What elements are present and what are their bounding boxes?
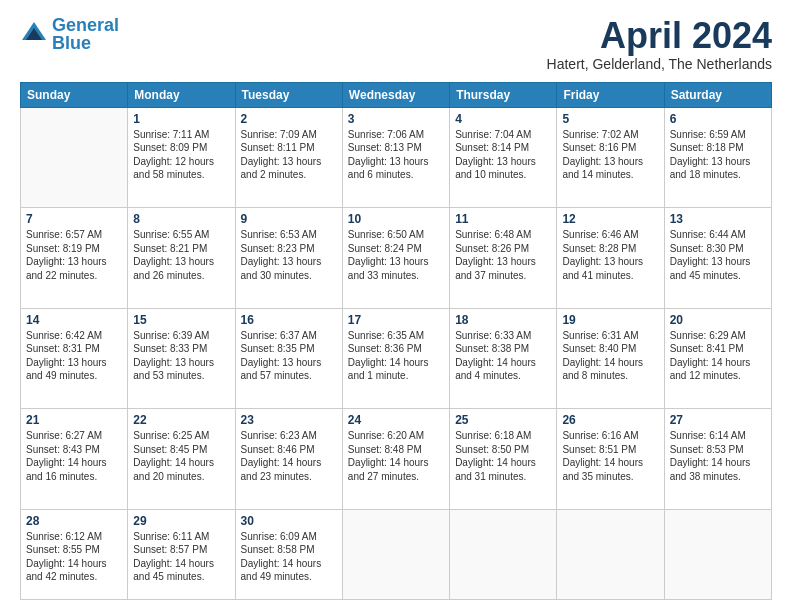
calendar-day: 25Sunrise: 6:18 AMSunset: 8:50 PMDayligh… — [450, 409, 557, 510]
header-wednesday: Wednesday — [342, 82, 449, 107]
calendar-day: 28Sunrise: 6:12 AMSunset: 8:55 PMDayligh… — [21, 509, 128, 599]
logo-text-general: General — [52, 16, 119, 34]
day-number: 29 — [133, 514, 229, 528]
calendar-day: 27Sunrise: 6:14 AMSunset: 8:53 PMDayligh… — [664, 409, 771, 510]
day-number: 5 — [562, 112, 658, 126]
calendar-day: 13Sunrise: 6:44 AMSunset: 8:30 PMDayligh… — [664, 208, 771, 309]
calendar-day — [342, 509, 449, 599]
day-number: 12 — [562, 212, 658, 226]
calendar-day: 15Sunrise: 6:39 AMSunset: 8:33 PMDayligh… — [128, 308, 235, 409]
header-friday: Friday — [557, 82, 664, 107]
calendar-day: 9Sunrise: 6:53 AMSunset: 8:23 PMDaylight… — [235, 208, 342, 309]
day-number: 27 — [670, 413, 766, 427]
header-monday: Monday — [128, 82, 235, 107]
day-info: Sunrise: 7:02 AMSunset: 8:16 PMDaylight:… — [562, 128, 658, 182]
header-tuesday: Tuesday — [235, 82, 342, 107]
day-info: Sunrise: 6:44 AMSunset: 8:30 PMDaylight:… — [670, 228, 766, 282]
day-info: Sunrise: 7:09 AMSunset: 8:11 PMDaylight:… — [241, 128, 337, 182]
day-info: Sunrise: 6:53 AMSunset: 8:23 PMDaylight:… — [241, 228, 337, 282]
day-number: 7 — [26, 212, 122, 226]
location: Hatert, Gelderland, The Netherlands — [547, 56, 772, 72]
day-number: 24 — [348, 413, 444, 427]
calendar-day: 1Sunrise: 7:11 AMSunset: 8:09 PMDaylight… — [128, 107, 235, 208]
day-number: 28 — [26, 514, 122, 528]
day-info: Sunrise: 6:20 AMSunset: 8:48 PMDaylight:… — [348, 429, 444, 483]
day-info: Sunrise: 6:55 AMSunset: 8:21 PMDaylight:… — [133, 228, 229, 282]
calendar-day: 11Sunrise: 6:48 AMSunset: 8:26 PMDayligh… — [450, 208, 557, 309]
day-info: Sunrise: 6:14 AMSunset: 8:53 PMDaylight:… — [670, 429, 766, 483]
calendar-day: 14Sunrise: 6:42 AMSunset: 8:31 PMDayligh… — [21, 308, 128, 409]
day-info: Sunrise: 6:39 AMSunset: 8:33 PMDaylight:… — [133, 329, 229, 383]
calendar-header-row: Sunday Monday Tuesday Wednesday Thursday… — [21, 82, 772, 107]
title-block: April 2024 Hatert, Gelderland, The Nethe… — [547, 16, 772, 72]
day-number: 18 — [455, 313, 551, 327]
calendar-day: 12Sunrise: 6:46 AMSunset: 8:28 PMDayligh… — [557, 208, 664, 309]
calendar-day — [557, 509, 664, 599]
calendar-day: 17Sunrise: 6:35 AMSunset: 8:36 PMDayligh… — [342, 308, 449, 409]
day-number: 3 — [348, 112, 444, 126]
calendar-day: 8Sunrise: 6:55 AMSunset: 8:21 PMDaylight… — [128, 208, 235, 309]
calendar-day: 30Sunrise: 6:09 AMSunset: 8:58 PMDayligh… — [235, 509, 342, 599]
day-info: Sunrise: 7:06 AMSunset: 8:13 PMDaylight:… — [348, 128, 444, 182]
day-number: 26 — [562, 413, 658, 427]
day-info: Sunrise: 6:59 AMSunset: 8:18 PMDaylight:… — [670, 128, 766, 182]
day-info: Sunrise: 6:57 AMSunset: 8:19 PMDaylight:… — [26, 228, 122, 282]
calendar-day: 5Sunrise: 7:02 AMSunset: 8:16 PMDaylight… — [557, 107, 664, 208]
day-number: 9 — [241, 212, 337, 226]
calendar-day: 3Sunrise: 7:06 AMSunset: 8:13 PMDaylight… — [342, 107, 449, 208]
page: General Blue April 2024 Hatert, Gelderla… — [0, 0, 792, 612]
day-number: 8 — [133, 212, 229, 226]
day-number: 10 — [348, 212, 444, 226]
calendar-day: 29Sunrise: 6:11 AMSunset: 8:57 PMDayligh… — [128, 509, 235, 599]
day-info: Sunrise: 6:23 AMSunset: 8:46 PMDaylight:… — [241, 429, 337, 483]
day-info: Sunrise: 6:35 AMSunset: 8:36 PMDaylight:… — [348, 329, 444, 383]
calendar-day — [664, 509, 771, 599]
logo-icon — [20, 20, 48, 48]
day-number: 17 — [348, 313, 444, 327]
day-info: Sunrise: 6:18 AMSunset: 8:50 PMDaylight:… — [455, 429, 551, 483]
calendar-day: 2Sunrise: 7:09 AMSunset: 8:11 PMDaylight… — [235, 107, 342, 208]
day-info: Sunrise: 6:27 AMSunset: 8:43 PMDaylight:… — [26, 429, 122, 483]
calendar-day: 16Sunrise: 6:37 AMSunset: 8:35 PMDayligh… — [235, 308, 342, 409]
day-info: Sunrise: 7:11 AMSunset: 8:09 PMDaylight:… — [133, 128, 229, 182]
day-number: 21 — [26, 413, 122, 427]
header-sunday: Sunday — [21, 82, 128, 107]
day-number: 14 — [26, 313, 122, 327]
day-info: Sunrise: 6:09 AMSunset: 8:58 PMDaylight:… — [241, 530, 337, 584]
day-info: Sunrise: 6:31 AMSunset: 8:40 PMDaylight:… — [562, 329, 658, 383]
day-info: Sunrise: 6:16 AMSunset: 8:51 PMDaylight:… — [562, 429, 658, 483]
header: General Blue April 2024 Hatert, Gelderla… — [20, 16, 772, 72]
day-info: Sunrise: 6:25 AMSunset: 8:45 PMDaylight:… — [133, 429, 229, 483]
day-number: 15 — [133, 313, 229, 327]
day-number: 4 — [455, 112, 551, 126]
day-number: 13 — [670, 212, 766, 226]
calendar-day: 24Sunrise: 6:20 AMSunset: 8:48 PMDayligh… — [342, 409, 449, 510]
day-info: Sunrise: 6:37 AMSunset: 8:35 PMDaylight:… — [241, 329, 337, 383]
calendar-day: 6Sunrise: 6:59 AMSunset: 8:18 PMDaylight… — [664, 107, 771, 208]
calendar-day: 22Sunrise: 6:25 AMSunset: 8:45 PMDayligh… — [128, 409, 235, 510]
day-number: 23 — [241, 413, 337, 427]
calendar-day: 19Sunrise: 6:31 AMSunset: 8:40 PMDayligh… — [557, 308, 664, 409]
calendar-day — [21, 107, 128, 208]
calendar-day: 10Sunrise: 6:50 AMSunset: 8:24 PMDayligh… — [342, 208, 449, 309]
day-number: 16 — [241, 313, 337, 327]
calendar-day: 7Sunrise: 6:57 AMSunset: 8:19 PMDaylight… — [21, 208, 128, 309]
calendar-day: 26Sunrise: 6:16 AMSunset: 8:51 PMDayligh… — [557, 409, 664, 510]
day-info: Sunrise: 6:46 AMSunset: 8:28 PMDaylight:… — [562, 228, 658, 282]
calendar-day: 23Sunrise: 6:23 AMSunset: 8:46 PMDayligh… — [235, 409, 342, 510]
day-number: 20 — [670, 313, 766, 327]
day-number: 22 — [133, 413, 229, 427]
calendar-day: 18Sunrise: 6:33 AMSunset: 8:38 PMDayligh… — [450, 308, 557, 409]
day-info: Sunrise: 6:33 AMSunset: 8:38 PMDaylight:… — [455, 329, 551, 383]
day-info: Sunrise: 6:29 AMSunset: 8:41 PMDaylight:… — [670, 329, 766, 383]
calendar-day: 20Sunrise: 6:29 AMSunset: 8:41 PMDayligh… — [664, 308, 771, 409]
day-number: 19 — [562, 313, 658, 327]
day-info: Sunrise: 6:11 AMSunset: 8:57 PMDaylight:… — [133, 530, 229, 584]
logo: General Blue — [20, 16, 119, 52]
logo-text-blue: Blue — [52, 34, 119, 52]
day-info: Sunrise: 6:48 AMSunset: 8:26 PMDaylight:… — [455, 228, 551, 282]
day-number: 11 — [455, 212, 551, 226]
day-number: 2 — [241, 112, 337, 126]
header-saturday: Saturday — [664, 82, 771, 107]
day-number: 25 — [455, 413, 551, 427]
